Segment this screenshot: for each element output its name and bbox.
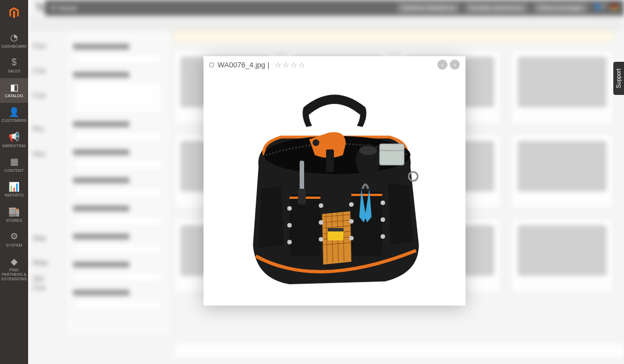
- dashboard-icon: ◔: [10, 33, 18, 43]
- content-icon: ▦: [10, 157, 19, 167]
- status-circle-icon: [209, 62, 214, 67]
- reports-icon: 📊: [8, 182, 20, 192]
- bg-notice: [174, 30, 613, 42]
- count: 384: [33, 275, 44, 283]
- svg-rect-2: [351, 192, 382, 256]
- nav-label: SYSTEM: [6, 243, 22, 248]
- topbar-btn[interactable]: Geführte Webdemo: [397, 3, 460, 13]
- tessa-topbar: ✕ tessa Geführte Webdemo Kontakt aufnehm…: [45, 0, 624, 16]
- nav-label: CATALOG: [5, 94, 23, 98]
- flag-icon[interactable]: 🇩🇪: [611, 3, 618, 13]
- nav-marketing[interactable]: 📢MARKETING: [0, 128, 28, 152]
- stores-icon: 🏬: [8, 207, 20, 217]
- svg-point-28: [359, 146, 377, 155]
- svg-point-20: [349, 219, 354, 224]
- catalog-icon: ◧: [10, 83, 19, 93]
- nav-stores[interactable]: 🏬STORES: [0, 202, 28, 227]
- nav-label: FIND PARTNERS & EXTENSIONS: [1, 268, 27, 281]
- svg-point-14: [287, 223, 292, 228]
- support-tab[interactable]: Support: [613, 62, 624, 95]
- section: Con: [33, 66, 66, 83]
- separator: |: [268, 61, 269, 69]
- partners-icon: ◆: [11, 257, 17, 267]
- svg-point-17: [319, 220, 323, 225]
- nav-label: STORES: [6, 219, 22, 223]
- lightbox-image-area: [204, 73, 465, 306]
- svg-point-23: [381, 217, 385, 222]
- section: Sea: [33, 234, 66, 251]
- nav-label: CUSTOMERS: [2, 119, 27, 123]
- nav-catalog[interactable]: ◧CATALOG: [0, 78, 28, 103]
- admin-sidebar: ◔DASHBOARD $SALES ◧CATALOG 👤CUSTOMERS 📢M…: [0, 0, 28, 364]
- asset-thumbnail[interactable]: [512, 219, 613, 292]
- svg-point-16: [319, 203, 323, 208]
- asset-thumbnail[interactable]: [512, 51, 613, 124]
- sales-icon: $: [12, 57, 17, 67]
- image-lightbox: WA0076_4.jpg | ☆☆☆☆ ‹ ›: [204, 56, 465, 306]
- svg-point-26: [313, 139, 319, 146]
- bg-filter-panel: [67, 31, 169, 335]
- nav-label: SALES: [8, 69, 21, 74]
- nav-reports[interactable]: 📊REPORTS: [0, 178, 28, 202]
- nav-label: CONTENT: [4, 169, 24, 173]
- svg-point-24: [381, 234, 385, 239]
- section: Cus: [33, 283, 66, 300]
- nav-dashboard[interactable]: ◔DASHBOARD: [0, 28, 28, 53]
- nav-label: MARKETING: [2, 144, 26, 148]
- lightbox-next-button[interactable]: ›: [450, 60, 460, 70]
- bg-left-sections: Con Con Con Pro Ima Sea Rela Cus: [33, 34, 66, 348]
- nav-customers[interactable]: 👤CUSTOMERS: [0, 103, 28, 128]
- svg-point-15: [287, 240, 292, 244]
- svg-point-18: [319, 237, 323, 242]
- magento-logo-icon[interactable]: [6, 4, 22, 21]
- bg-pagination: [174, 343, 624, 358]
- lightbox-prev-button[interactable]: ‹: [437, 60, 447, 70]
- svg-rect-32: [298, 189, 306, 204]
- customers-icon: 👤: [8, 107, 20, 117]
- nav-system[interactable]: ⚙SYSTEM: [0, 227, 28, 252]
- nav-label: REPORTS: [4, 193, 24, 198]
- bg-header: [28, 16, 624, 30]
- lightbox-filename: WA0076_4.jpg: [218, 61, 265, 69]
- tool-bag-image: [216, 76, 453, 295]
- svg-rect-29: [379, 144, 404, 165]
- section: Con: [33, 91, 66, 108]
- lightbox-header: WA0076_4.jpg | ☆☆☆☆ ‹ ›: [204, 56, 465, 73]
- user-icon[interactable]: 👤▾: [594, 3, 605, 13]
- svg-rect-25: [326, 149, 334, 172]
- asset-thumbnail[interactable]: [512, 135, 613, 208]
- section: Con: [33, 42, 66, 58]
- system-icon: ⚙: [10, 231, 18, 242]
- marketing-icon: 📢: [8, 132, 20, 142]
- svg-point-13: [287, 206, 292, 211]
- nav-sales[interactable]: $SALES: [0, 53, 28, 78]
- nav-label: DASHBOARD: [2, 44, 26, 49]
- svg-rect-34: [328, 228, 343, 231]
- svg-point-21: [349, 236, 354, 240]
- section: Pro: [33, 125, 66, 142]
- tessa-brand: ✕ tessa: [51, 4, 77, 12]
- nav-content[interactable]: ▦CONTENT: [0, 152, 28, 177]
- svg-point-22: [381, 201, 385, 205]
- topbar-btn[interactable]: Videos anzeigen: [533, 3, 588, 13]
- rating-stars[interactable]: ☆☆☆☆: [275, 61, 306, 69]
- svg-point-19: [349, 202, 354, 207]
- topbar-btn[interactable]: Kontakt aufnehmen: [465, 3, 527, 13]
- section: Ima: [33, 149, 66, 166]
- section: Rela: [33, 258, 66, 275]
- nav-partners[interactable]: ◆FIND PARTNERS & EXTENSIONS: [0, 252, 28, 286]
